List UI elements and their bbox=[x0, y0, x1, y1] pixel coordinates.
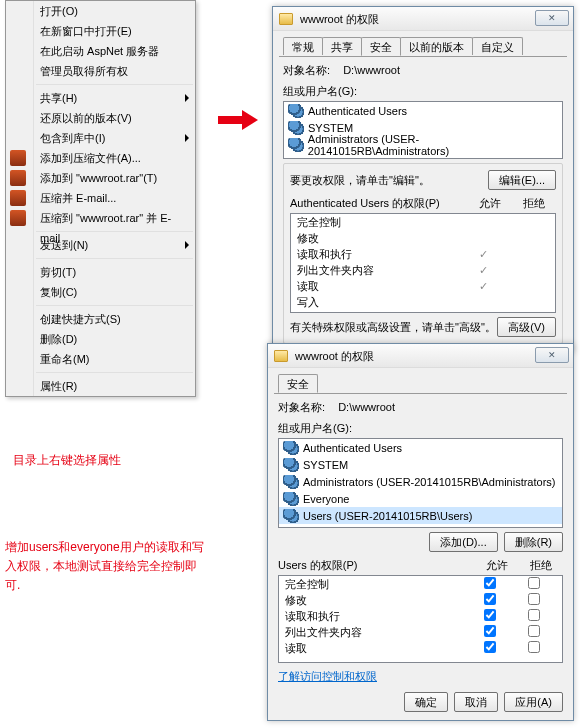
dlg2-titlebar: wwwroot 的权限 ✕ bbox=[268, 344, 573, 368]
user-row[interactable]: Administrators (USER-20141015RB\Administ… bbox=[284, 136, 562, 153]
perm-name: 列出文件夹内容 bbox=[297, 263, 461, 278]
permissions-grid-readonly: 完全控制修改读取和执行✓列出文件夹内容✓读取✓写入 bbox=[290, 213, 556, 313]
apply-button[interactable]: 应用(A) bbox=[504, 692, 563, 712]
menu-item[interactable]: 在新窗口中打开(E) bbox=[6, 21, 195, 41]
menu-item[interactable]: 打开(O) bbox=[6, 1, 195, 21]
acl-help-link[interactable]: 了解访问控制和权限 bbox=[278, 670, 377, 682]
tab-security[interactable]: 安全 bbox=[278, 374, 318, 393]
advanced-button[interactable]: 高级(V) bbox=[497, 317, 556, 337]
close-button[interactable]: ✕ bbox=[535, 347, 569, 363]
submenu-arrow-icon bbox=[185, 134, 189, 142]
permissions-dialog-readonly: wwwroot 的权限 ✕ 常规共享安全以前的版本自定义 对象名称: D:\ww… bbox=[272, 6, 574, 353]
allow-checkbox[interactable] bbox=[484, 577, 496, 589]
menu-item[interactable]: 包含到库中(I) bbox=[6, 128, 195, 148]
menu-item[interactable]: 创建快捷方式(S) bbox=[6, 309, 195, 329]
user-row[interactable]: Users (USER-20141015RB\Users) bbox=[279, 507, 562, 524]
col-deny: 拒绝 bbox=[519, 558, 563, 573]
tab-4[interactable]: 自定义 bbox=[472, 37, 523, 55]
menu-item[interactable]: 属性(R) bbox=[6, 376, 195, 396]
perm-row: 列出文件夹内容✓ bbox=[291, 262, 555, 278]
perm-row: 读取和执行✓ bbox=[291, 246, 555, 262]
deny-checkbox[interactable] bbox=[528, 625, 540, 637]
user-icon bbox=[288, 104, 304, 118]
menu-item[interactable]: 发送到(N) bbox=[6, 235, 195, 255]
menu-item[interactable]: 重命名(M) bbox=[6, 349, 195, 369]
perm-row: 修改 bbox=[279, 592, 562, 608]
menu-item[interactable]: 压缩到 "wwwroot.rar" 并 E-mail bbox=[6, 208, 195, 228]
menu-item[interactable]: 删除(D) bbox=[6, 329, 195, 349]
user-row[interactable]: Everyone bbox=[279, 490, 562, 507]
permissions-grid-edit[interactable]: 完全控制修改读取和执行列出文件夹内容读取 bbox=[278, 575, 563, 663]
submenu-arrow-icon bbox=[185, 94, 189, 102]
tab-3[interactable]: 以前的版本 bbox=[400, 37, 473, 55]
users-listbox[interactable]: Authenticated UsersSYSTEMAdministrators … bbox=[283, 101, 563, 159]
user-name: SYSTEM bbox=[303, 459, 348, 471]
context-menu: 打开(O)在新窗口中打开(E)在此启动 AspNet 服务器管理员取得所有权共享… bbox=[5, 0, 196, 397]
perm-row: 写入 bbox=[291, 294, 555, 310]
dlg2-tabs: 安全 bbox=[274, 374, 567, 394]
user-row[interactable]: Authenticated Users bbox=[279, 439, 562, 456]
perm-row: 完全控制 bbox=[291, 214, 555, 230]
edit-button[interactable]: 编辑(E)... bbox=[488, 170, 556, 190]
perm-owner-label: Authenticated Users 的权限(P) bbox=[290, 196, 468, 211]
menu-item[interactable]: 共享(H) bbox=[6, 88, 195, 108]
menu-item[interactable]: 复制(C) bbox=[6, 282, 195, 302]
perm-name: 完全控制 bbox=[297, 215, 461, 230]
deny-checkbox[interactable] bbox=[528, 577, 540, 589]
deny-checkbox[interactable] bbox=[528, 641, 540, 653]
folder-icon bbox=[279, 13, 293, 25]
cancel-button[interactable]: 取消 bbox=[454, 692, 498, 712]
allow-checkbox[interactable] bbox=[484, 609, 496, 621]
perm-row: 读取和执行 bbox=[279, 608, 562, 624]
tab-2[interactable]: 安全 bbox=[361, 37, 401, 56]
user-name: Users (USER-20141015RB\Users) bbox=[303, 510, 472, 522]
menu-item[interactable]: 在此启动 AspNet 服务器 bbox=[6, 41, 195, 61]
perm-name: 列出文件夹内容 bbox=[285, 625, 468, 640]
tab-1[interactable]: 共享 bbox=[322, 37, 362, 55]
col-allow: 允许 bbox=[468, 196, 512, 211]
arrow-right-icon bbox=[218, 110, 258, 130]
users-listbox-edit[interactable]: Authenticated UsersSYSTEMAdministrators … bbox=[278, 438, 563, 528]
allow-mark: ✓ bbox=[461, 248, 505, 261]
perm-name: 完全控制 bbox=[285, 577, 468, 592]
object-name-value: D:\wwwroot bbox=[343, 64, 400, 76]
remove-button[interactable]: 删除(R) bbox=[504, 532, 563, 552]
close-button[interactable]: ✕ bbox=[535, 10, 569, 26]
user-icon bbox=[283, 458, 299, 472]
menu-item[interactable]: 添加到压缩文件(A)... bbox=[6, 148, 195, 168]
col-allow: 允许 bbox=[475, 558, 519, 573]
menu-item[interactable]: 添加到 "wwwroot.rar"(T) bbox=[6, 168, 195, 188]
deny-checkbox[interactable] bbox=[528, 593, 540, 605]
allow-checkbox[interactable] bbox=[484, 625, 496, 637]
menu-item[interactable]: 管理员取得所有权 bbox=[6, 61, 195, 81]
menu-separator bbox=[36, 258, 193, 259]
col-deny: 拒绝 bbox=[512, 196, 556, 211]
menu-item[interactable]: 压缩并 E-mail... bbox=[6, 188, 195, 208]
perm-row: 读取✓ bbox=[291, 278, 555, 294]
annotation-ctxmenu: 目录上右键选择属性 bbox=[13, 451, 121, 470]
perm-row: 读取 bbox=[279, 640, 562, 656]
user-row[interactable]: Administrators (USER-20141015RB\Administ… bbox=[279, 473, 562, 490]
tab-0[interactable]: 常规 bbox=[283, 37, 323, 55]
menu-separator bbox=[36, 372, 193, 373]
user-icon bbox=[283, 509, 299, 523]
dlg2-title: wwwroot 的权限 bbox=[295, 350, 374, 362]
dlg1-tabs: 常规共享安全以前的版本自定义 bbox=[279, 37, 567, 57]
perm-row: 修改 bbox=[291, 230, 555, 246]
menu-item[interactable]: 剪切(T) bbox=[6, 262, 195, 282]
deny-checkbox[interactable] bbox=[528, 609, 540, 621]
rar-icon bbox=[10, 210, 26, 226]
perm-owner-label: Users 的权限(P) bbox=[278, 558, 475, 573]
user-icon bbox=[283, 441, 299, 455]
group-users-label: 组或用户名(G): bbox=[283, 84, 563, 99]
add-button[interactable]: 添加(D)... bbox=[429, 532, 497, 552]
user-row[interactable]: Authenticated Users bbox=[284, 102, 562, 119]
ok-button[interactable]: 确定 bbox=[404, 692, 448, 712]
menu-item[interactable]: 还原以前的版本(V) bbox=[6, 108, 195, 128]
user-row[interactable]: SYSTEM bbox=[279, 456, 562, 473]
allow-checkbox[interactable] bbox=[484, 641, 496, 653]
allow-checkbox[interactable] bbox=[484, 593, 496, 605]
perm-row: 列出文件夹内容 bbox=[279, 624, 562, 640]
object-name-label: 对象名称: bbox=[278, 401, 325, 413]
user-icon bbox=[283, 492, 299, 506]
